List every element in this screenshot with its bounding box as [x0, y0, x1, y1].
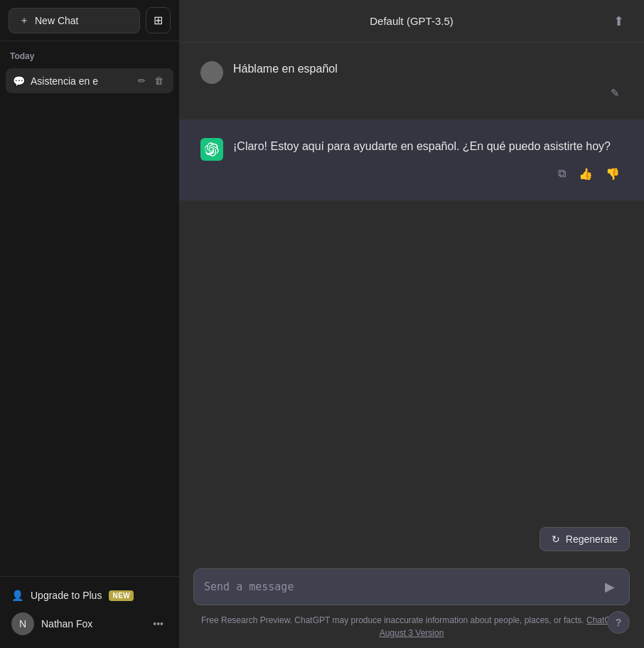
chat-title: Default (GPT-3.5): [370, 15, 454, 27]
help-button[interactable]: ?: [607, 611, 630, 634]
thumbup-icon: 👍: [579, 168, 593, 180]
user-message-avatar: [200, 61, 223, 84]
avatar: N: [11, 612, 34, 635]
copy-message-button[interactable]: ⧉: [555, 164, 569, 184]
regenerate-area: ↻ Regenerate: [179, 519, 644, 560]
chat-history-item[interactable]: 💬 Asistencia en e ✏ 🗑: [6, 68, 173, 93]
send-icon: ▶: [605, 579, 615, 595]
user-more-button[interactable]: •••: [149, 617, 168, 631]
sidebar-toggle-button[interactable]: ⊞: [146, 7, 171, 33]
ai-message-text: ¡Claro! Estoy aquí para ayudarte en espa…: [233, 137, 623, 156]
user-message-content: Háblame en español ✎: [233, 60, 623, 102]
thumbup-button[interactable]: 👍: [576, 164, 596, 184]
chat-empty-space: [179, 201, 644, 519]
user-message-text: Háblame en español: [233, 60, 623, 78]
send-button[interactable]: ▶: [601, 576, 619, 597]
new-badge: NEW: [109, 590, 134, 601]
plus-icon: ＋: [19, 14, 29, 27]
edit-icon: ✎: [611, 87, 620, 99]
input-container: ▶: [193, 568, 630, 605]
user-message-actions: ✎: [233, 84, 623, 102]
upgrade-button[interactable]: 👤 Upgrade to Plus NEW: [9, 584, 171, 607]
ai-message: ¡Claro! Estoy aquí para ayudarte en espa…: [179, 119, 644, 201]
delete-chat-button[interactable]: 🗑: [151, 74, 166, 87]
main-chat: Default (GPT-3.5) ⬆ Háblame en español ✎: [179, 0, 644, 648]
input-area: ▶: [179, 560, 644, 608]
regenerate-button[interactable]: ↻ Regenerate: [540, 527, 630, 551]
thumbdown-icon: 👎: [606, 168, 620, 180]
help-icon: ?: [616, 617, 622, 628]
chat-icon: 💬: [13, 75, 25, 87]
message-input[interactable]: [204, 579, 595, 595]
ai-message-avatar: [200, 138, 223, 161]
new-chat-label: New Chat: [35, 15, 78, 26]
footer-text-before: Free Research Preview. ChatGPT may produ…: [201, 615, 584, 625]
layout-icon: ⊞: [154, 14, 163, 27]
section-today-label: Today: [0, 41, 179, 65]
sidebar: ＋ New Chat ⊞ Today 💬 Asistencia en e ✏ 🗑…: [0, 0, 179, 648]
user-name: Nathan Fox: [41, 618, 141, 630]
ai-message-content: ¡Claro! Estoy aquí para ayudarte en espa…: [233, 137, 623, 184]
upgrade-label: Upgrade to Plus: [31, 590, 102, 601]
thumbdown-button[interactable]: 👎: [603, 164, 623, 184]
regenerate-icon: ↻: [552, 533, 560, 545]
chat-header: Default (GPT-3.5) ⬆: [179, 0, 644, 43]
footer: Free Research Preview. ChatGPT may produ…: [179, 608, 644, 648]
new-chat-button[interactable]: ＋ New Chat: [9, 8, 140, 33]
edit-chat-button[interactable]: ✏: [135, 74, 149, 87]
user-icon: 👤: [11, 590, 23, 601]
regenerate-label: Regenerate: [566, 533, 618, 545]
ai-message-actions: ⧉ 👍 👎: [233, 164, 623, 184]
avatar-initials: N: [19, 618, 26, 630]
chat-item-text: Asistencia en e: [31, 75, 129, 87]
edit-message-button[interactable]: ✎: [608, 84, 623, 102]
export-button[interactable]: ⬆: [608, 11, 630, 32]
chat-item-actions: ✏ 🗑: [135, 74, 166, 87]
messages-area: Háblame en español ✎ ¡Claro! Estoy aquí …: [179, 43, 644, 519]
user-profile[interactable]: N Nathan Fox •••: [9, 607, 171, 641]
copy-icon: ⧉: [558, 167, 566, 179]
export-icon: ⬆: [613, 14, 624, 28]
user-message: Háblame en español ✎: [179, 43, 644, 119]
chat-history: 💬 Asistencia en e ✏ 🗑: [0, 65, 179, 576]
sidebar-header: ＋ New Chat ⊞: [0, 0, 179, 41]
sidebar-bottom: 👤 Upgrade to Plus NEW N Nathan Fox •••: [0, 576, 179, 648]
